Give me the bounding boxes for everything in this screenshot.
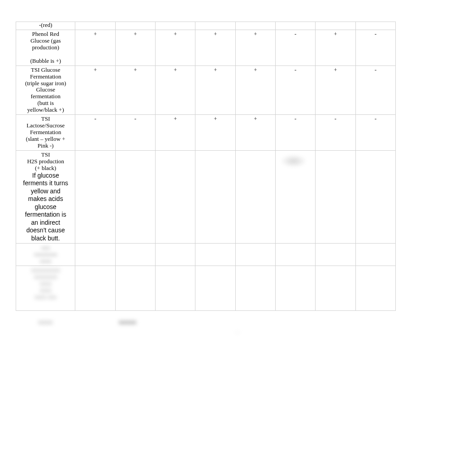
results-table-container: -(red) Phenol Red Glucose (gas productio… bbox=[16, 22, 396, 311]
cell: + bbox=[235, 30, 275, 65]
cell bbox=[355, 22, 395, 30]
cell bbox=[156, 22, 195, 30]
cell bbox=[316, 22, 355, 30]
cell: + bbox=[156, 30, 195, 65]
cell-blurred bbox=[75, 244, 115, 266]
cell: + bbox=[75, 65, 115, 115]
cell: - bbox=[115, 115, 155, 151]
cell-blurred bbox=[195, 244, 235, 266]
cell: - bbox=[355, 65, 395, 115]
blurred-text: xxxxx bbox=[38, 318, 53, 326]
cell: + bbox=[156, 115, 195, 151]
cell bbox=[316, 150, 355, 243]
cell-blurred bbox=[75, 266, 115, 311]
cell-blurred bbox=[156, 266, 195, 311]
cell bbox=[235, 22, 275, 30]
cell bbox=[355, 150, 395, 243]
cell-blurred bbox=[235, 266, 275, 311]
cell-blurred bbox=[276, 244, 316, 266]
cell bbox=[115, 22, 155, 30]
cell bbox=[195, 150, 235, 243]
cell: - bbox=[316, 115, 355, 151]
cell: + bbox=[235, 115, 275, 151]
row-label: TSI H2S production (+ black) If glucose … bbox=[16, 150, 75, 243]
cell-blurred bbox=[276, 266, 316, 311]
cell-blurred bbox=[115, 266, 155, 311]
cell: + bbox=[235, 65, 275, 115]
table-row: Phenol Red Glucose (gas production) (Bub… bbox=[16, 30, 396, 65]
cell bbox=[235, 150, 275, 243]
cell: + bbox=[195, 115, 235, 151]
cell bbox=[75, 150, 115, 243]
cell-faint bbox=[276, 150, 316, 243]
bottom-blurred-area: xxxxx xxxxxx - - bbox=[16, 314, 396, 336]
table-row: TSI H2S production (+ black) If glucose … bbox=[16, 150, 396, 243]
cell: + bbox=[115, 65, 155, 115]
cell bbox=[75, 22, 115, 30]
table-row-blurred: xxxxxxxxxx xxxxxxxx xxxx xxxx xxxx xxx bbox=[16, 266, 396, 311]
cell-blurred bbox=[316, 244, 355, 266]
cell-blurred bbox=[115, 244, 155, 266]
table-row: -(red) bbox=[16, 22, 396, 30]
cell-blurred bbox=[156, 244, 195, 266]
cell: - bbox=[355, 30, 395, 65]
row-label: Phenol Red Glucose (gas production) (Bub… bbox=[16, 30, 75, 65]
row-label: TSI Lactose/Sucrose Fermentation (slant … bbox=[16, 115, 75, 151]
row-label: -(red) bbox=[16, 22, 75, 30]
cell-blurred bbox=[235, 244, 275, 266]
blurred-text: xxxxxx bbox=[119, 318, 136, 326]
table-row: TSI Lactose/Sucrose Fermentation (slant … bbox=[16, 115, 396, 151]
cell-blurred bbox=[355, 244, 395, 266]
cell: - bbox=[276, 115, 316, 151]
table-row: TSI Glucose Fermentation (triple sugar i… bbox=[16, 65, 396, 115]
cell: + bbox=[195, 30, 235, 65]
label-text-note: If glucose ferments it turns yellow and … bbox=[17, 172, 74, 243]
cell: - bbox=[355, 115, 395, 151]
cell bbox=[156, 150, 195, 243]
label-text: -(red) bbox=[39, 22, 52, 28]
cell: + bbox=[195, 65, 235, 115]
cell: + bbox=[115, 30, 155, 65]
row-label-blurred: xxx xxxxxxxx xxxx bbox=[16, 244, 75, 266]
row-label: TSI Glucose Fermentation (triple sugar i… bbox=[16, 65, 75, 115]
cell bbox=[276, 22, 316, 30]
results-table: -(red) Phenol Red Glucose (gas productio… bbox=[16, 22, 396, 311]
table-row-blurred: xxx xxxxxxxx xxxx bbox=[16, 244, 396, 266]
cell: + bbox=[316, 65, 355, 115]
cell: - bbox=[276, 65, 316, 115]
cell-blurred bbox=[355, 266, 395, 311]
cell: - bbox=[276, 30, 316, 65]
row-label-blurred: xxxxxxxxxx xxxxxxxx xxxx xxxx xxxx xxx bbox=[16, 266, 75, 311]
cell: + bbox=[75, 30, 115, 65]
cell bbox=[195, 22, 235, 30]
label-text-serif: TSI H2S production (+ black) bbox=[17, 152, 74, 172]
cell: + bbox=[156, 65, 195, 115]
blurred-text: - - bbox=[235, 330, 239, 335]
cell bbox=[115, 150, 155, 243]
cell-blurred bbox=[195, 266, 235, 311]
cell: - bbox=[75, 115, 115, 151]
cell: + bbox=[316, 30, 355, 65]
cell-blurred bbox=[316, 266, 355, 311]
